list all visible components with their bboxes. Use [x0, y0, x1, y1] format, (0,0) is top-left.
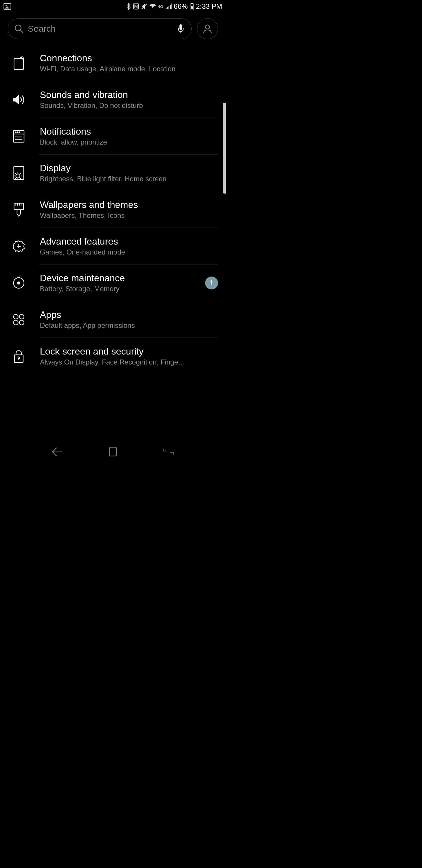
settings-item-wallpapers[interactable]: Wallpapers and themes Wallpapers, Themes…: [8, 191, 218, 228]
network-label: 4G: [158, 4, 163, 9]
svg-point-39: [13, 320, 18, 325]
battery-percent: 66%: [174, 2, 188, 10]
status-right: 4G 66% 2:33 PM: [126, 2, 222, 10]
advanced-icon: [12, 239, 26, 253]
item-subtitle: Wi-Fi, Data usage, Airplane mode, Locati…: [40, 65, 218, 73]
nfc-icon: [133, 3, 139, 10]
svg-point-36: [18, 282, 20, 284]
item-content: Sounds and vibration Sounds, Vibration, …: [40, 89, 218, 110]
display-icon: [12, 166, 26, 180]
svg-line-27: [15, 173, 16, 174]
settings-item-advanced[interactable]: Advanced features Games, One-handed mode: [8, 228, 218, 265]
svg-point-38: [19, 314, 24, 319]
settings-item-maintenance[interactable]: Device maintenance Battery, Storage, Mem…: [8, 265, 218, 301]
image-notification-icon: [3, 3, 11, 10]
settings-item-apps[interactable]: Apps Default apps, App permissions: [8, 301, 218, 338]
item-content: Device maintenance Battery, Storage, Mem…: [40, 273, 191, 293]
recent-button[interactable]: [161, 446, 176, 458]
svg-line-25: [15, 178, 16, 179]
search-bar[interactable]: Search: [8, 19, 192, 39]
svg-rect-10: [14, 58, 24, 69]
bluetooth-icon: [126, 3, 131, 10]
item-title: Lock screen and security: [40, 346, 218, 357]
svg-point-13: [15, 132, 17, 132]
item-title: Notifications: [40, 126, 218, 137]
wallpapers-icon: [12, 203, 26, 217]
status-left: [3, 3, 11, 10]
apps-icon: [12, 313, 26, 327]
back-button[interactable]: [50, 446, 64, 458]
svg-point-40: [19, 320, 24, 325]
status-bar: 4G 66% 2:33 PM: [0, 0, 226, 13]
item-subtitle: Battery, Storage, Memory: [40, 285, 191, 293]
svg-point-15: [19, 132, 20, 132]
svg-point-19: [16, 174, 20, 178]
clock: 2:33 PM: [196, 2, 222, 10]
item-title: Wallpapers and themes: [40, 199, 218, 210]
search-icon: [14, 24, 24, 33]
item-subtitle: Always On Display, Face Recognition, Fin…: [40, 358, 218, 366]
profile-button[interactable]: [197, 18, 218, 39]
connections-icon: [12, 56, 26, 70]
notification-badge: 1: [205, 277, 218, 289]
search-container: Search: [0, 13, 226, 44]
item-title: Device maintenance: [40, 273, 191, 284]
item-content: Lock screen and security Always On Displ…: [40, 346, 218, 366]
item-content: Wallpapers and themes Wallpapers, Themes…: [40, 199, 218, 220]
item-subtitle: Block, allow, prioritize: [40, 138, 218, 146]
svg-point-5: [15, 25, 21, 31]
lock-icon: [12, 349, 26, 363]
svg-rect-7: [180, 24, 182, 30]
settings-item-security[interactable]: Lock screen and security Always On Displ…: [8, 338, 218, 374]
svg-rect-4: [191, 6, 193, 9]
item-title: Advanced features: [40, 236, 218, 247]
svg-line-24: [20, 173, 21, 174]
item-content: Advanced features Games, One-handed mode: [40, 236, 218, 256]
item-subtitle: Sounds, Vibration, Do not disturb: [40, 101, 218, 110]
settings-list: Connections Wi-Fi, Data usage, Airplane …: [0, 44, 226, 374]
navigation-bar: [0, 440, 226, 464]
svg-line-6: [21, 30, 23, 33]
settings-item-connections[interactable]: Connections Wi-Fi, Data usage, Airplane …: [8, 44, 218, 81]
item-title: Sounds and vibration: [40, 89, 218, 100]
settings-item-display[interactable]: Display Brightness, Blue light filter, H…: [8, 155, 218, 191]
item-content: Connections Wi-Fi, Data usage, Airplane …: [40, 53, 218, 73]
item-content: Apps Default apps, App permissions: [40, 309, 218, 330]
profile-icon: [202, 24, 213, 34]
microphone-icon[interactable]: [177, 24, 185, 33]
item-title: Display: [40, 163, 218, 174]
settings-item-sounds[interactable]: Sounds and vibration Sounds, Vibration, …: [8, 81, 218, 118]
item-subtitle: Games, One-handed mode: [40, 248, 218, 256]
sounds-icon: [12, 93, 26, 107]
item-subtitle: Default apps, App permissions: [40, 321, 218, 330]
svg-point-14: [17, 132, 18, 132]
settings-item-notifications[interactable]: Notifications Block, allow, prioritize: [8, 118, 218, 155]
item-content: Display Brightness, Blue light filter, H…: [40, 163, 218, 183]
item-content: Notifications Block, allow, prioritize: [40, 126, 218, 146]
item-subtitle: Brightness, Blue light filter, Home scre…: [40, 175, 218, 183]
notifications-icon: [12, 129, 26, 144]
svg-point-9: [205, 25, 209, 29]
svg-point-37: [13, 314, 18, 319]
wifi-icon: [149, 3, 156, 9]
signal-icon: [165, 3, 172, 9]
item-title: Connections: [40, 53, 218, 64]
scrollbar[interactable]: [223, 103, 226, 193]
mute-icon: [141, 3, 148, 10]
item-title: Apps: [40, 309, 218, 320]
search-placeholder: Search: [28, 24, 173, 34]
svg-line-26: [20, 178, 21, 179]
item-subtitle: Wallpapers, Themes, Icons: [40, 211, 218, 220]
battery-icon: [190, 3, 194, 10]
home-button[interactable]: [105, 446, 120, 458]
maintenance-icon: [12, 276, 26, 290]
